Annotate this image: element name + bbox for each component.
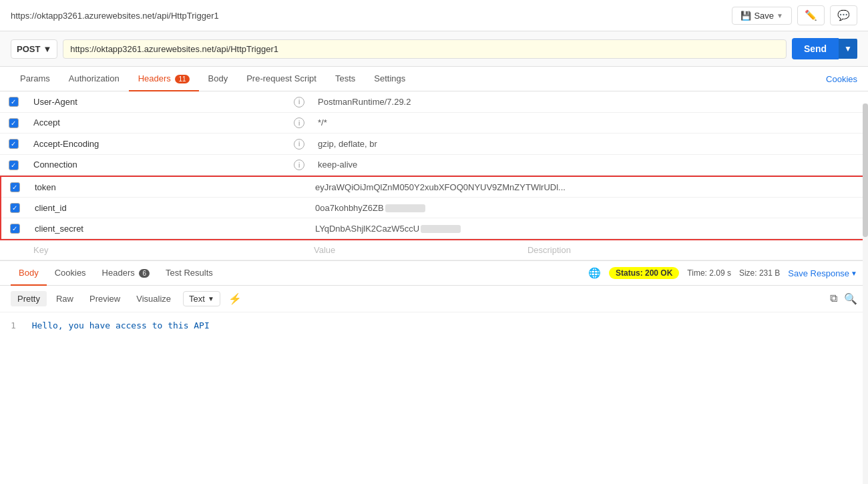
info-icon: i bbox=[294, 139, 304, 150]
response-tab-body[interactable]: Body bbox=[11, 261, 47, 286]
checkbox-client-id[interactable] bbox=[10, 203, 20, 213]
header-key: Accept-Encoding bbox=[27, 134, 287, 155]
top-bar-actions: 💾 Save ▼ ✏️ 💬 bbox=[732, 5, 857, 25]
table-row: User-Agent i PostmanRuntime/7.29.2 bbox=[0, 91, 868, 112]
copy-icon[interactable]: ⧉ bbox=[830, 292, 837, 305]
method-select[interactable]: POST ▼ bbox=[11, 39, 57, 59]
filter-icon[interactable]: ⚡ bbox=[228, 292, 242, 305]
headers-table: User-Agent i PostmanRuntime/7.29.2 Accep… bbox=[0, 91, 868, 176]
empty-description: Description bbox=[521, 240, 868, 260]
tab-tests[interactable]: Tests bbox=[326, 67, 365, 91]
headers-badge: 11 bbox=[175, 75, 189, 83]
info-icon: i bbox=[294, 97, 304, 107]
save-chevron-icon: ▼ bbox=[777, 12, 783, 19]
save-button[interactable]: 💾 Save ▼ bbox=[732, 7, 792, 25]
info-icon: i bbox=[294, 117, 304, 128]
tab-body[interactable]: Body bbox=[199, 67, 238, 91]
header-key: client_id bbox=[28, 198, 288, 218]
empty-row-table: Key Value Description bbox=[0, 240, 868, 260]
tab-settings[interactable]: Settings bbox=[365, 67, 415, 91]
save-response-button[interactable]: Save Response ▼ bbox=[788, 268, 857, 278]
view-tab-pretty[interactable]: Pretty bbox=[11, 291, 47, 306]
header-key: token bbox=[28, 177, 288, 198]
method-chevron-icon: ▼ bbox=[43, 44, 51, 54]
save-response-chevron-icon: ▼ bbox=[851, 270, 857, 277]
tab-pre-request[interactable]: Pre-request Script bbox=[237, 67, 326, 91]
scrollbar-track[interactable] bbox=[863, 103, 868, 484]
format-value: Text bbox=[189, 294, 205, 304]
save-icon: 💾 bbox=[740, 11, 751, 21]
header-value: keep-alive bbox=[311, 154, 868, 176]
checkbox-client-secret[interactable] bbox=[10, 224, 20, 234]
send-button-group: Send ▼ bbox=[792, 38, 857, 59]
response-tab-headers[interactable]: Headers 6 bbox=[94, 261, 158, 286]
top-bar-url: https://oktapp3261.azurewebsites.net/api… bbox=[11, 11, 219, 21]
table-row: client_secret LYqDnbAShjlK2CazW5ccU bbox=[1, 218, 867, 239]
response-headers-badge: 6 bbox=[139, 269, 150, 278]
table-row: Accept i */* bbox=[0, 112, 868, 134]
checkbox-accept-encoding[interactable] bbox=[9, 139, 19, 149]
request-bar: POST ▼ Send ▼ bbox=[0, 31, 868, 67]
checkbox-user-agent[interactable] bbox=[9, 97, 19, 107]
line-number: 1 bbox=[11, 320, 16, 330]
table-row: Connection i keep-alive bbox=[0, 154, 868, 176]
request-tabs: Params Authorization Headers 11 Body Pre… bbox=[0, 67, 868, 91]
header-key: client_secret bbox=[28, 218, 288, 239]
header-value: 0oa7kohbhyZ6ZB bbox=[308, 198, 867, 218]
highlighted-headers-table: token eyJraWQiOiJmQlZnM050Y2xubXFOQ0NYUV… bbox=[1, 177, 867, 239]
search-icon[interactable]: 🔍 bbox=[844, 292, 857, 305]
view-tab-visualize[interactable]: Visualize bbox=[130, 291, 178, 306]
format-select[interactable]: Text ▼ bbox=[183, 291, 220, 306]
url-input[interactable] bbox=[63, 39, 787, 59]
table-row: token eyJraWQiOiJmQlZnM050Y2xubXFOQ0NYUV… bbox=[1, 177, 867, 198]
comment-icon-button[interactable]: 💬 bbox=[830, 5, 857, 25]
status-badge: Status: 200 OK bbox=[609, 267, 679, 279]
info-icon: i bbox=[294, 160, 304, 170]
header-key: Accept bbox=[27, 112, 287, 134]
empty-value[interactable]: Value bbox=[307, 240, 521, 260]
header-value: eyJraWQiOiJmQlZnM050Y2xubXFOQ0NYUV9ZMnZY… bbox=[308, 177, 867, 198]
method-value: POST bbox=[17, 44, 40, 54]
masked-value bbox=[421, 225, 461, 233]
response-body: 1 Hello, you have access to this API bbox=[0, 312, 868, 338]
format-chevron-icon: ▼ bbox=[208, 295, 214, 302]
empty-key[interactable]: Key bbox=[27, 240, 287, 260]
checkbox-token[interactable] bbox=[10, 182, 20, 192]
send-main-button[interactable]: Send bbox=[792, 38, 839, 59]
response-size: Size: 231 B bbox=[739, 268, 780, 278]
view-tab-preview[interactable]: Preview bbox=[83, 291, 127, 306]
checkbox-connection[interactable] bbox=[9, 160, 19, 170]
header-key: User-Agent bbox=[27, 91, 287, 112]
top-bar: https://oktapp3261.azurewebsites.net/api… bbox=[0, 0, 868, 31]
tab-headers[interactable]: Headers 11 bbox=[129, 67, 199, 91]
masked-value bbox=[385, 204, 425, 212]
cookies-link[interactable]: Cookies bbox=[826, 74, 857, 84]
header-value: LYqDnbAShjlK2CazW5ccU bbox=[308, 218, 867, 239]
response-status-area: 🌐 Status: 200 OK Time: 2.09 s Size: 231 … bbox=[588, 267, 857, 279]
tab-params[interactable]: Params bbox=[11, 67, 59, 91]
send-chevron-button[interactable]: ▼ bbox=[839, 39, 857, 59]
response-tabs: Body Cookies Headers 6 Test Results 🌐 St… bbox=[0, 261, 868, 286]
checkbox-accept[interactable] bbox=[9, 118, 19, 128]
header-value: gzip, deflate, br bbox=[311, 134, 868, 155]
highlighted-headers-section: token eyJraWQiOiJmQlZnM050Y2xubXFOQ0NYUV… bbox=[0, 176, 868, 240]
response-content: Hello, you have access to this API bbox=[32, 320, 210, 330]
response-tab-cookies[interactable]: Cookies bbox=[47, 261, 94, 286]
header-value: PostmanRuntime/7.29.2 bbox=[311, 91, 868, 112]
header-key: Connection bbox=[27, 154, 287, 176]
response-section: Body Cookies Headers 6 Test Results 🌐 St… bbox=[0, 260, 868, 338]
save-label: Save bbox=[754, 11, 774, 21]
response-keyword: Hello, you have access to this API bbox=[32, 320, 210, 330]
view-actions: ⧉ 🔍 bbox=[830, 292, 857, 305]
response-tab-test-results[interactable]: Test Results bbox=[158, 261, 221, 286]
body-view-tabs: Pretty Raw Preview Visualize Text ▼ ⚡ ⧉ … bbox=[0, 286, 868, 312]
table-row-empty: Key Value Description bbox=[0, 240, 868, 260]
view-tab-raw[interactable]: Raw bbox=[49, 291, 80, 306]
edit-icon-button[interactable]: ✏️ bbox=[797, 5, 825, 25]
tab-authorization[interactable]: Authorization bbox=[59, 67, 129, 91]
table-row: client_id 0oa7kohbhyZ6ZB bbox=[1, 198, 867, 218]
scrollbar-thumb[interactable] bbox=[863, 103, 868, 237]
response-time: Time: 2.09 s bbox=[687, 268, 731, 278]
table-row: Accept-Encoding i gzip, deflate, br bbox=[0, 134, 868, 155]
globe-icon: 🌐 bbox=[588, 267, 601, 279]
